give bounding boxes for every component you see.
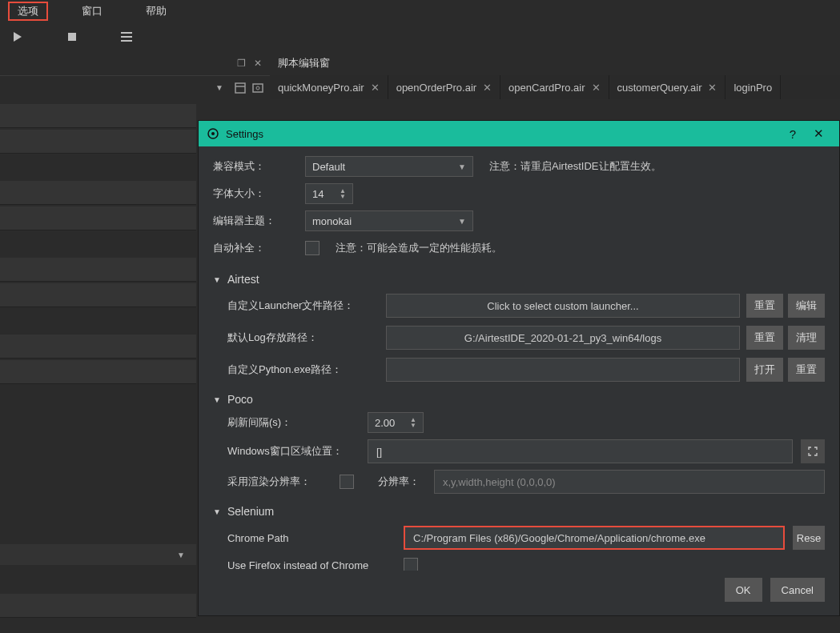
list-item[interactable] bbox=[0, 594, 196, 618]
list-item[interactable] bbox=[0, 130, 196, 154]
svg-marker-0 bbox=[14, 32, 22, 42]
tab-label: openOrderPro.air bbox=[396, 82, 476, 94]
list-item[interactable] bbox=[0, 181, 196, 205]
list-icon[interactable] bbox=[121, 32, 132, 42]
launcher-input[interactable]: Click to select custom launcher... bbox=[386, 294, 740, 318]
maximize-icon[interactable] bbox=[801, 439, 825, 463]
section-airtest[interactable]: ▼ Airtest bbox=[213, 273, 825, 286]
left-tabs-controls: ▼ bbox=[0, 75, 270, 99]
dialog-titlebar: Settings ? ✕ bbox=[199, 121, 839, 146]
dialog-body: 兼容模式： Default ▼ 注意：请重启AirtestIDE让配置生效。 字… bbox=[199, 146, 839, 571]
spinner-arrows-icon: ▲▼ bbox=[410, 417, 416, 428]
tab-openorderpro[interactable]: openOrderPro.air✕ bbox=[388, 75, 500, 99]
left-panel-header: ❐ ✕ bbox=[0, 58, 270, 69]
python-path-input[interactable] bbox=[386, 358, 740, 382]
theme-select[interactable]: monokai ▼ bbox=[305, 210, 473, 231]
tab-label: quickMoneyPro.air bbox=[278, 82, 364, 94]
python-open-button[interactable]: 打开 bbox=[746, 358, 783, 382]
cancel-button[interactable]: Cancel bbox=[770, 578, 825, 602]
menu-options[interactable]: 选项 bbox=[8, 2, 48, 21]
spinner-arrows-icon: ▲▼ bbox=[340, 188, 346, 199]
ok-button[interactable]: OK bbox=[725, 578, 762, 602]
list-spacer bbox=[0, 232, 196, 256]
section-poco[interactable]: ▼ Poco bbox=[213, 393, 825, 406]
autocomplete-label: 自动补全： bbox=[213, 241, 297, 255]
svg-rect-5 bbox=[235, 83, 245, 93]
dropdown-arrow-icon[interactable]: ▼ bbox=[215, 83, 223, 92]
tabs-row: ▼ quickMoneyPro.air✕ openOrderPro.air✕ o… bbox=[0, 75, 840, 99]
svg-rect-2 bbox=[121, 32, 132, 34]
chrome-path-input[interactable]: C:/Program Files (x86)/Google/Chrome/App… bbox=[404, 526, 785, 550]
close-icon[interactable]: ✕ bbox=[254, 58, 262, 69]
windows-area-label: Windows窗口区域位置： bbox=[227, 444, 360, 459]
tool-icon-1[interactable] bbox=[235, 82, 246, 94]
tab-label: openCardPro.air bbox=[508, 82, 585, 94]
use-firefox-checkbox[interactable] bbox=[404, 558, 418, 571]
list-item[interactable] bbox=[0, 206, 196, 230]
list-item[interactable] bbox=[0, 104, 196, 128]
resolution-input[interactable]: x,y,width,height (0,0,0,0) bbox=[434, 470, 825, 494]
tool-icon-2[interactable] bbox=[252, 82, 263, 94]
list-item[interactable] bbox=[0, 360, 196, 384]
panel-header-row: ❐ ✕ 脚本编辑窗 bbox=[0, 51, 840, 75]
play-icon[interactable] bbox=[12, 31, 23, 42]
menu-help[interactable]: 帮助 bbox=[136, 2, 176, 21]
font-size-label: 字体大小： bbox=[213, 186, 297, 201]
left-dropdown[interactable]: ▼ bbox=[0, 544, 196, 565]
chrome-path-label: Chrome Path bbox=[227, 532, 396, 544]
render-res-checkbox[interactable] bbox=[340, 475, 354, 489]
dialog-footer: OK Cancel bbox=[199, 571, 839, 609]
menubar: 选项 窗口 帮助 bbox=[0, 0, 840, 22]
left-sidebar: ▼ bbox=[0, 104, 196, 619]
restore-icon[interactable]: ❐ bbox=[237, 58, 246, 69]
font-size-spinbox[interactable]: 14 ▲▼ bbox=[305, 183, 353, 204]
log-reset-button[interactable]: 重置 bbox=[746, 326, 783, 350]
close-icon[interactable]: ✕ bbox=[592, 82, 601, 94]
close-icon[interactable]: ✕ bbox=[371, 82, 380, 94]
tab-customerquery[interactable]: customerQuery.air✕ bbox=[609, 75, 726, 99]
svg-rect-4 bbox=[121, 40, 132, 42]
compat-note: 注意：请重启AirtestIDE让配置生效。 bbox=[489, 159, 661, 174]
close-button[interactable]: ✕ bbox=[806, 126, 831, 141]
log-clean-button[interactable]: 清理 bbox=[788, 326, 825, 350]
list-item[interactable] bbox=[0, 283, 196, 307]
triangle-down-icon: ▼ bbox=[213, 275, 221, 284]
help-button[interactable]: ? bbox=[780, 127, 806, 141]
log-path-input[interactable]: G:/AirtestIDE_2020-01-21_py3_win64/logs bbox=[386, 326, 740, 350]
tab-label: customerQuery.air bbox=[617, 82, 702, 94]
windows-area-input[interactable]: [] bbox=[368, 439, 793, 463]
tab-opencardpro[interactable]: openCardPro.air✕ bbox=[500, 75, 609, 99]
autocomplete-checkbox[interactable] bbox=[305, 241, 320, 255]
log-path-label: 默认Log存放路径： bbox=[227, 331, 380, 345]
toolbar bbox=[0, 22, 840, 51]
list-spacer bbox=[0, 565, 196, 589]
launcher-edit-button[interactable]: 编辑 bbox=[788, 294, 825, 318]
file-tabs: quickMoneyPro.air✕ openOrderPro.air✕ ope… bbox=[270, 75, 840, 99]
triangle-down-icon: ▼ bbox=[213, 507, 221, 516]
tab-quickmoneypro[interactable]: quickMoneyPro.air✕ bbox=[270, 75, 388, 99]
chrome-reset-button[interactable]: Rese bbox=[793, 526, 825, 550]
python-reset-button[interactable]: 重置 bbox=[788, 358, 825, 382]
section-selenium[interactable]: ▼ Selenium bbox=[213, 505, 825, 518]
launcher-reset-button[interactable]: 重置 bbox=[746, 294, 783, 318]
refresh-interval-spinbox[interactable]: 2.00 ▲▼ bbox=[368, 412, 424, 433]
stop-icon[interactable] bbox=[67, 32, 77, 42]
resolution-label: 分辨率： bbox=[378, 475, 426, 489]
tab-loginpro[interactable]: loginPro bbox=[725, 75, 781, 99]
close-icon[interactable]: ✕ bbox=[708, 82, 717, 94]
svg-point-10 bbox=[211, 132, 215, 135]
chevron-down-icon: ▼ bbox=[177, 551, 185, 559]
chevron-down-icon: ▼ bbox=[458, 162, 466, 171]
close-icon[interactable]: ✕ bbox=[483, 82, 492, 94]
refresh-interval-label: 刷新间隔(s)： bbox=[227, 415, 360, 430]
compat-mode-select[interactable]: Default ▼ bbox=[305, 156, 473, 177]
list-item[interactable] bbox=[0, 258, 196, 282]
gear-icon bbox=[207, 127, 219, 140]
launcher-label: 自定义Launcher文件路径： bbox=[227, 298, 380, 313]
list-spacer bbox=[0, 309, 196, 333]
tab-label: loginPro bbox=[733, 82, 772, 94]
chevron-down-icon: ▼ bbox=[458, 217, 466, 226]
menu-window[interactable]: 窗口 bbox=[72, 2, 112, 21]
list-item[interactable] bbox=[0, 335, 196, 359]
svg-point-8 bbox=[256, 86, 259, 90]
